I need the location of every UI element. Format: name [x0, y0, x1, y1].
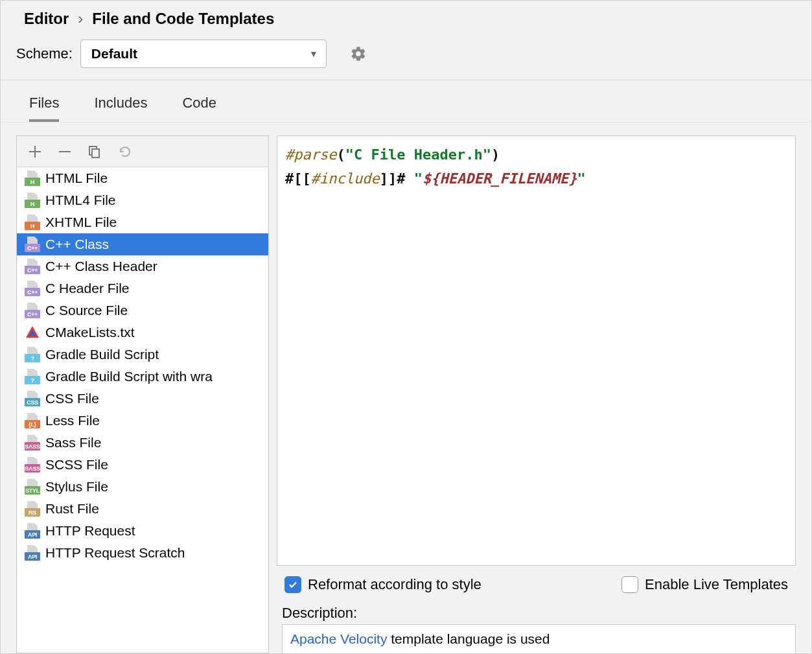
minus-icon	[59, 146, 71, 158]
tab-code[interactable]: Code	[182, 95, 216, 122]
tabs: FilesIncludesCode	[1, 80, 811, 123]
list-item[interactable]: SASSSCSS File	[17, 454, 268, 476]
file-type-icon: RS	[25, 501, 40, 517]
file-type-icon: API	[25, 523, 40, 539]
revert-button[interactable]	[115, 143, 133, 161]
file-type-icon: H	[25, 193, 40, 208]
live-templates-label-text: Enable Live Templates	[645, 576, 788, 593]
file-type-icon: C++	[25, 303, 40, 318]
token-raw-close: ]]#	[380, 170, 406, 187]
breadcrumb: Editor › File and Code Templates	[1, 1, 811, 33]
copy-button[interactable]	[86, 143, 104, 161]
live-templates-checkbox-label[interactable]: Enable Live Templates	[621, 576, 788, 593]
list-item[interactable]: HHTML4 File	[17, 189, 268, 211]
template-list[interactable]: HHTML FileHHTML4 FileHXHTML FileC++C++ C…	[17, 167, 268, 653]
list-item[interactable]: CMakeLists.txt	[17, 321, 268, 344]
chevron-down-icon: ▼	[309, 49, 318, 59]
file-type-icon: ?	[25, 369, 40, 384]
copy-icon	[88, 145, 101, 158]
token-variable: ${HEADER_FILENAME}	[423, 170, 577, 187]
reformat-checkbox[interactable]	[284, 576, 301, 593]
file-type-icon: C++	[25, 237, 40, 252]
remove-button[interactable]	[56, 143, 74, 161]
scheme-select[interactable]: Default ▼	[80, 40, 327, 68]
cmake-icon	[25, 325, 40, 340]
token-string: "C File Header.h"	[345, 146, 491, 163]
list-item[interactable]: {L}Less File	[17, 410, 268, 432]
reformat-checkbox-label[interactable]: Reformat according to style	[284, 576, 481, 593]
file-type-icon: H	[25, 215, 40, 230]
description-text: template language is used	[387, 631, 550, 646]
list-item-label: Less File	[45, 413, 100, 428]
list-item[interactable]: ?Gradle Build Script	[17, 344, 268, 366]
token-quote: "	[405, 170, 423, 187]
scheme-label: Scheme:	[16, 45, 73, 62]
live-templates-checkbox[interactable]	[621, 576, 638, 593]
list-item[interactable]: STYLStylus File	[17, 476, 268, 498]
list-item[interactable]: APIHTTP Request Scratch	[17, 542, 268, 564]
gear-icon	[350, 45, 367, 62]
list-item[interactable]: HHTML File	[17, 167, 268, 189]
file-type-icon: C++	[25, 281, 40, 296]
token-paren: (	[336, 146, 345, 163]
list-item[interactable]: RSRust File	[17, 498, 268, 520]
tab-files[interactable]: Files	[29, 95, 59, 122]
list-item-label: C++ Class Header	[45, 259, 157, 274]
token-raw-open: #[[	[285, 170, 311, 187]
list-item[interactable]: ?Gradle Build Script with wra	[17, 366, 268, 388]
list-item-label: Gradle Build Script with wra	[45, 369, 213, 384]
content-area: HHTML FileHHTML4 FileHXHTML FileC++C++ C…	[1, 123, 811, 653]
token-include: #include	[311, 170, 380, 187]
list-item-label: HTML4 File	[45, 193, 116, 208]
check-icon	[288, 579, 298, 590]
list-item-label: C Header File	[45, 281, 130, 296]
svg-rect-1	[92, 149, 99, 158]
file-type-icon: SASS	[25, 435, 40, 450]
undo-icon	[117, 145, 132, 159]
list-item-label: HTML File	[45, 170, 108, 186]
scheme-gear-button[interactable]	[350, 45, 367, 62]
template-editor-panel: #parse("C File Header.h") #[[#include]]#…	[277, 135, 796, 653]
list-item[interactable]: C++C++ Class Header	[17, 255, 268, 277]
file-type-icon: {L}	[25, 413, 40, 428]
list-item-label: Rust File	[45, 501, 99, 517]
token-quote: "	[577, 170, 585, 187]
description-link[interactable]: Apache Velocity	[290, 631, 387, 646]
list-item-label: SCSS File	[45, 457, 108, 473]
editor-options: Reformat according to style Enable Live …	[277, 566, 796, 600]
file-type-icon: H	[25, 170, 40, 186]
list-item[interactable]: C++C++ Class	[17, 233, 268, 255]
list-item[interactable]: CSSCSS File	[17, 388, 268, 410]
file-type-icon: ?	[25, 347, 40, 362]
list-item-label: C++ Class	[45, 237, 109, 252]
breadcrumb-current: File and Code Templates	[92, 10, 274, 28]
reformat-label-text: Reformat according to style	[308, 576, 481, 593]
list-item[interactable]: SASSSass File	[17, 432, 268, 454]
file-type-icon: STYL	[25, 479, 40, 495]
list-item-label: XHTML File	[45, 215, 117, 230]
scheme-value: Default	[91, 46, 137, 62]
add-button[interactable]	[26, 143, 44, 161]
list-toolbar	[17, 136, 268, 167]
description-label: Description:	[277, 600, 796, 624]
list-item-label: HTTP Request	[45, 523, 135, 539]
token-paren: )	[491, 146, 500, 163]
breadcrumb-parent[interactable]: Editor	[24, 10, 69, 28]
breadcrumb-separator: ›	[78, 10, 83, 28]
list-item[interactable]: C++C Source File	[17, 299, 268, 321]
list-item-label: C Source File	[45, 303, 128, 318]
list-item[interactable]: HXHTML File	[17, 211, 268, 233]
description-box: Apache Velocity template language is use…	[282, 624, 796, 653]
list-item[interactable]: APIHTTP Request	[17, 520, 268, 542]
list-item-label: CMakeLists.txt	[45, 325, 135, 340]
template-editor[interactable]: #parse("C File Header.h") #[[#include]]#…	[277, 135, 796, 566]
list-item-label: CSS File	[45, 391, 99, 406]
scheme-row: Scheme: Default ▼	[1, 33, 811, 80]
file-type-icon: SASS	[25, 457, 40, 473]
list-item[interactable]: C++C Header File	[17, 277, 268, 299]
file-type-icon: API	[25, 545, 40, 561]
list-item-label: Sass File	[45, 435, 101, 450]
tab-includes[interactable]: Includes	[94, 95, 147, 122]
template-list-panel: HHTML FileHHTML4 FileHXHTML FileC++C++ C…	[16, 135, 269, 653]
file-type-icon: CSS	[25, 391, 40, 406]
